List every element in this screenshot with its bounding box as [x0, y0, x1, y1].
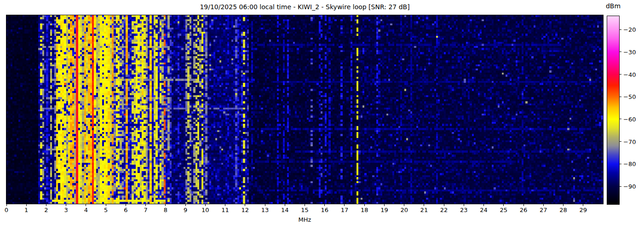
colorbar-tick-label: −70 — [623, 138, 636, 145]
colorbar — [607, 16, 620, 205]
x-tick-label: 12 — [242, 207, 249, 213]
x-tick-label: 27 — [540, 207, 547, 213]
x-tick-label: 1 — [24, 207, 28, 213]
x-tick-label: 26 — [520, 207, 528, 213]
x-tick-label: 28 — [559, 207, 567, 213]
x-tick-label: 3 — [64, 207, 68, 213]
x-tick-mark — [66, 204, 66, 206]
colorbar-tick-mark — [620, 74, 621, 75]
x-tick-label: 5 — [104, 207, 108, 213]
colorbar-tick-label: −50 — [623, 93, 636, 100]
x-tick-mark — [285, 204, 285, 206]
colorbar-tick-mark — [620, 119, 621, 119]
x-tick-mark — [404, 204, 404, 206]
x-tick-mark — [305, 204, 305, 206]
x-tick-mark — [424, 204, 424, 206]
x-tick-mark — [245, 204, 245, 206]
x-axis-label: MHz — [6, 216, 603, 223]
x-tick-mark — [384, 204, 385, 206]
colorbar-tick-label: −20 — [623, 26, 636, 33]
x-tick-mark — [543, 204, 544, 206]
x-tick-label: 19 — [380, 207, 388, 213]
x-tick-label: 7 — [144, 207, 147, 213]
colorbar-tick-mark — [620, 141, 621, 142]
chart-title: 19/10/2025 06:00 local time - KIWI_2 - S… — [6, 3, 603, 11]
x-tick-mark — [205, 204, 206, 206]
colorbar-tick-label: −60 — [623, 115, 636, 122]
x-tick-label: 22 — [440, 207, 448, 213]
colorbar-tick-mark — [620, 52, 621, 52]
x-tick-label: 13 — [261, 207, 269, 213]
x-tick-mark — [563, 204, 564, 206]
x-tick-mark — [185, 204, 186, 206]
x-tick-label: 9 — [184, 207, 187, 213]
x-tick-mark — [464, 204, 464, 206]
x-tick-label: 16 — [321, 207, 328, 213]
x-tick-label: 29 — [579, 207, 587, 213]
x-tick-label: 10 — [201, 207, 209, 213]
x-tick-label: 11 — [221, 207, 229, 213]
x-tick-label: 2 — [44, 207, 48, 213]
x-tick-label: 8 — [164, 207, 167, 213]
colorbar-tick-mark — [620, 164, 621, 164]
x-tick-label: 0 — [5, 207, 8, 213]
x-tick-label: 25 — [500, 207, 508, 213]
x-tick-label: 15 — [301, 207, 309, 213]
spectrogram-figure: 19/10/2025 06:00 local time - KIWI_2 - S… — [0, 0, 644, 230]
x-tick-mark — [145, 204, 146, 206]
colorbar-tick-mark — [620, 29, 621, 30]
x-tick-label: 20 — [400, 207, 408, 213]
x-tick-mark — [583, 204, 583, 206]
x-tick-mark — [6, 204, 7, 206]
colorbar-tick-label: −40 — [623, 71, 636, 78]
plot-frame — [6, 15, 604, 204]
colorbar-title: dBm — [600, 2, 626, 10]
x-tick-mark — [523, 204, 524, 206]
x-tick-label: 14 — [281, 207, 289, 213]
x-tick-mark — [444, 204, 444, 206]
x-tick-mark — [225, 204, 225, 206]
waterfall-image — [6, 15, 603, 204]
x-tick-label: 18 — [361, 207, 368, 213]
x-tick-mark — [483, 204, 484, 206]
colorbar-tick-label: −30 — [623, 48, 636, 55]
x-tick-label: 4 — [84, 207, 88, 213]
x-tick-label: 23 — [460, 207, 468, 213]
colorbar-tick-label: −80 — [623, 161, 636, 167]
x-tick-mark — [26, 204, 27, 206]
x-tick-mark — [106, 204, 106, 206]
x-tick-mark — [344, 204, 345, 206]
x-tick-mark — [165, 204, 166, 206]
x-tick-mark — [265, 204, 265, 206]
x-tick-mark — [126, 204, 126, 206]
x-tick-label: 21 — [420, 207, 428, 213]
x-tick-label: 24 — [480, 207, 488, 213]
x-tick-mark — [324, 204, 325, 206]
x-tick-label: 6 — [124, 207, 127, 213]
colorbar-tick-mark — [620, 97, 621, 97]
x-tick-mark — [86, 204, 86, 206]
x-tick-label: 17 — [341, 207, 349, 213]
colorbar-tick-label: −90 — [623, 183, 636, 190]
x-tick-mark — [46, 204, 46, 206]
x-tick-mark — [364, 204, 365, 206]
colorbar-tick-mark — [620, 186, 621, 187]
x-tick-mark — [503, 204, 504, 206]
